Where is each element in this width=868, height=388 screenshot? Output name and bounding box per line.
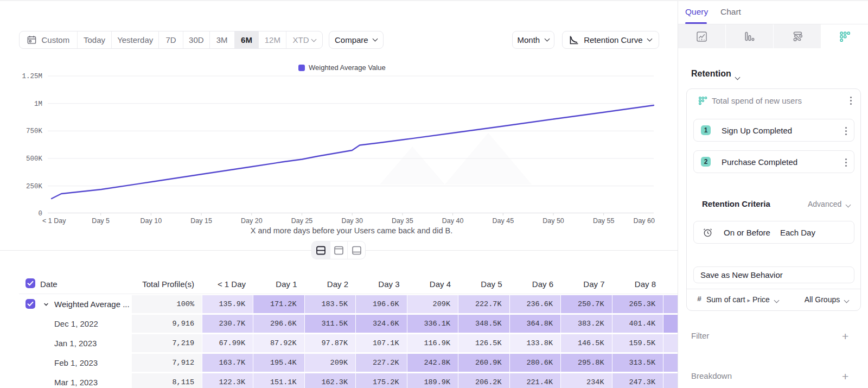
svg-text:Day 40: Day 40 [442, 217, 464, 225]
svg-text:Day 5: Day 5 [92, 217, 110, 225]
svg-text:250K: 250K [26, 183, 43, 190]
svg-text:Day 10: Day 10 [141, 217, 162, 225]
svg-text:Day 45: Day 45 [492, 217, 514, 225]
svg-text:Day 35: Day 35 [392, 217, 413, 225]
svg-text:Day 60: Day 60 [633, 217, 655, 225]
svg-text:1M: 1M [34, 100, 42, 108]
svg-text:750K: 750K [26, 128, 43, 135]
svg-text:Day 20: Day 20 [241, 217, 263, 225]
svg-text:Day 30: Day 30 [341, 217, 363, 225]
svg-text:Day 55: Day 55 [593, 217, 615, 225]
svg-text:Day 50: Day 50 [542, 217, 564, 225]
svg-text:0: 0 [38, 210, 42, 218]
svg-text:< 1 Day: < 1 Day [42, 217, 66, 225]
svg-text:Day 25: Day 25 [291, 217, 313, 225]
svg-text:1.25M: 1.25M [22, 73, 42, 80]
svg-text:500K: 500K [26, 155, 43, 163]
svg-text:Day 15: Day 15 [190, 217, 212, 225]
